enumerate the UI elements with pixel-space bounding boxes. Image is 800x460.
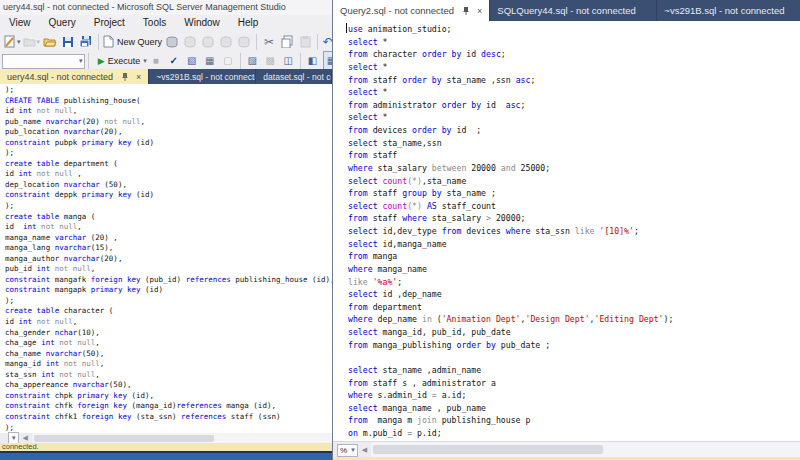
code-line: from manga — [348, 250, 800, 263]
scroll-thumb[interactable] — [373, 445, 603, 454]
status-text: connected. — [2, 442, 39, 451]
new-item-button[interactable]: ▾ — [4, 33, 21, 51]
tab-sqlquery44[interactable]: uery44.sql - not connected × — [0, 69, 149, 84]
code-line: from administrator order by id asc; — [348, 99, 800, 112]
results-to-text-button[interactable]: ◧ — [305, 52, 321, 70]
zoom-label: % — [340, 446, 347, 455]
copy-button[interactable] — [279, 33, 295, 51]
include-actual-plan-button[interactable]: ▩ — [262, 52, 278, 70]
menu-item-project[interactable]: Project — [85, 17, 134, 28]
code-line: from devices order by id ; — [348, 124, 800, 137]
code-line: cha_appereance nvarchar(50), — [5, 380, 332, 391]
chevron-down-icon: ▾ — [351, 446, 355, 454]
results-text-icon: ◧ — [308, 56, 317, 66]
new-query-label: New Query — [117, 37, 162, 47]
tab-vs291b-right[interactable]: ~vs291B.sql - not connected — [657, 0, 800, 21]
toolbar-separator — [317, 34, 318, 50]
code-line: constraint chpk primary key (id), — [5, 391, 332, 402]
code-line: where manga_name — [348, 263, 800, 276]
undo-button[interactable]: ↶▾ — [322, 33, 332, 51]
menu-item-window[interactable]: Window — [175, 17, 229, 28]
paste-button[interactable] — [297, 33, 313, 51]
add-item-button[interactable]: ▾ — [23, 33, 41, 51]
bottom-blue-bar — [0, 453, 332, 460]
code-line: id int not null, — [5, 317, 332, 328]
code-line: from manga m join publishing_house p — [348, 414, 800, 427]
left-code-editor[interactable]: );CREATE TABLE publishing_house(id int n… — [0, 84, 332, 434]
scroll-left-icon[interactable]: ◀ — [362, 446, 367, 454]
display-estimated-plan-button[interactable]: ▧ — [184, 52, 200, 70]
scroll-thumb[interactable] — [34, 435, 214, 442]
mdx-query-button[interactable] — [182, 33, 198, 51]
menu-item-tools[interactable]: Tools — [134, 17, 175, 28]
code-line: select * — [348, 111, 800, 124]
save-all-button[interactable] — [78, 33, 94, 51]
open-file-button[interactable] — [42, 33, 58, 51]
code-line: CREATE TABLE publishing_house( — [5, 96, 332, 107]
code-line: select manga_name , pub_name — [348, 402, 800, 415]
results-to-grid-button[interactable]: ▦ — [323, 51, 332, 71]
code-line: constraint chfk foreign key (manga_id)re… — [5, 401, 332, 412]
right-hscroll-bar[interactable]: % ▾ ◀ — [333, 441, 800, 458]
code-line: select id,manga_name — [348, 238, 800, 251]
available-databases-combobox[interactable]: ▾ — [2, 54, 85, 69]
code-line: select id ,dep_name — [348, 288, 800, 301]
close-icon[interactable]: × — [136, 72, 141, 82]
code-line: id int not null, — [5, 222, 332, 233]
code-line: create table department ( — [5, 159, 332, 170]
database-icon — [238, 36, 251, 48]
right-document-tabs: Query2.sql - not connected × SQLQuery44.… — [333, 0, 800, 21]
menu-item-view[interactable]: View — [0, 17, 40, 28]
code-line: constraint mangapk primary key (id) — [5, 285, 332, 296]
execute-label: Execute — [108, 56, 141, 66]
menu-item-query[interactable]: Query — [40, 17, 85, 28]
new-query-icon — [103, 35, 114, 48]
scroll-track[interactable] — [32, 433, 332, 443]
options-grid-icon: ▦ — [205, 56, 214, 66]
code-line: select sta_name,ssn — [348, 137, 800, 150]
code-line: from staff order by sta_name ,ssn asc; — [348, 74, 800, 87]
new-query-button[interactable]: New Query — [103, 33, 162, 51]
tab-sqlquery2[interactable]: Query2.sql - not connected × — [333, 0, 490, 21]
code-line: from staff where sta_salary > 20000; — [348, 212, 800, 225]
menu-bar: ViewQueryProjectToolsWindowHelp — [0, 15, 332, 30]
intellisense-button[interactable]: ▢ — [220, 52, 236, 70]
scissors-icon: ✂ — [264, 36, 274, 48]
dmx-query-button[interactable] — [200, 33, 216, 51]
query-options-button[interactable]: ▦ — [202, 52, 218, 70]
tab-sqlquery44-right[interactable]: SQLQuery44.sql - not connected — [490, 0, 657, 21]
specify-template-values-button[interactable]: ▨ — [244, 52, 260, 70]
cut-button[interactable]: ✂ — [261, 33, 277, 51]
code-line: where s.admin_id = a.id; — [348, 389, 800, 402]
tab-dataset[interactable]: dataset.sql - not connected — [256, 69, 332, 84]
scroll-track[interactable] — [371, 442, 800, 458]
save-button[interactable] — [60, 33, 76, 51]
intellisense-icon: ▢ — [223, 56, 232, 66]
code-line: select * — [348, 36, 800, 49]
parse-button[interactable]: ✓ — [166, 52, 182, 70]
execute-button[interactable]: ▶ Execute ▾ — [98, 56, 147, 66]
pin-icon[interactable] — [462, 6, 470, 15]
database-engine-query-button[interactable] — [164, 33, 180, 51]
close-icon[interactable]: × — [477, 6, 482, 16]
cancel-query-button[interactable]: ■ — [148, 52, 164, 70]
sqlcmd-query-button[interactable] — [236, 33, 252, 51]
code-line: from staff group by sta_name ; — [348, 187, 800, 200]
zoom-level-select[interactable]: % ▾ — [337, 444, 358, 457]
code-line: from character order by id desc; — [348, 48, 800, 61]
code-line: ); — [5, 85, 332, 96]
menu-item-help[interactable]: Help — [229, 17, 268, 28]
scroll-left-icon[interactable]: ◀ — [23, 434, 28, 442]
pin-icon[interactable] — [121, 72, 129, 81]
left-hscroll-bar[interactable]: ▾ ◀ — [0, 433, 332, 443]
include-client-statistics-button[interactable]: ◫ — [280, 52, 296, 70]
database-icon — [220, 36, 233, 48]
code-line: ); — [5, 201, 332, 212]
right-code-editor[interactable]: use animation_studio;select *from charac… — [333, 21, 800, 443]
code-line: select * — [348, 61, 800, 74]
xmla-query-button[interactable] — [218, 33, 234, 51]
code-line: manga_name varchar (20) , — [5, 233, 332, 244]
code-line: dep_location nvarchar (50), — [5, 180, 332, 191]
tab-vs291b[interactable]: ~vs291B.sql - not connected — [149, 69, 256, 84]
tab-label: ~vs291B.sql - not connected — [664, 5, 784, 16]
